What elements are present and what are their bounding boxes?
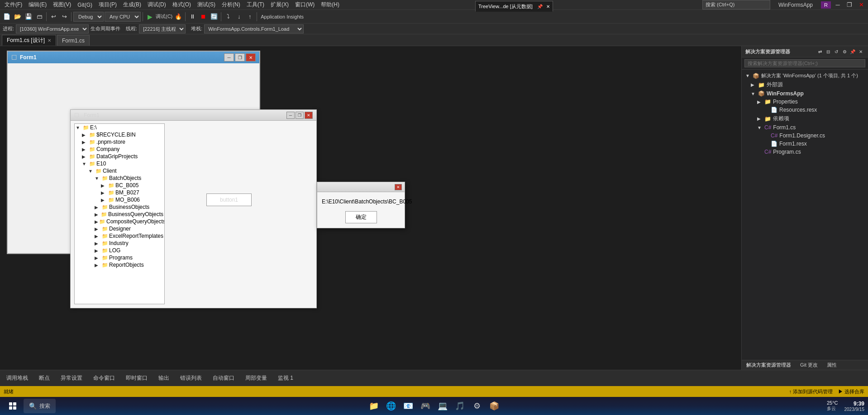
menu-analyze[interactable]: 分析(N) (219, 0, 243, 9)
form2-minimize-btn[interactable]: ─ (286, 112, 295, 119)
taskbar-icon-app2[interactable]: 📦 (487, 399, 501, 413)
tv-item-mo-b006[interactable]: ▶ 📁 MO_B006 (75, 196, 164, 203)
tv-expand-businessqueryobjects[interactable]: ▶ (95, 212, 100, 217)
tv-expand-batchobjects[interactable]: ▼ (95, 176, 101, 181)
tree-form1-designer[interactable]: ▶ C# Form1.Designer.cs (742, 132, 868, 140)
bottom-tab-command[interactable]: 命令窗口 (91, 373, 118, 384)
tv-item-client[interactable]: ▼ 📁 Client (75, 167, 164, 174)
save-all-icon[interactable]: 🗃 (34, 12, 44, 22)
se-refresh-btn[interactable]: ↺ (833, 48, 840, 55)
tv-item-bm-b027[interactable]: ▶ 📁 BM_B027 (75, 189, 164, 196)
tree-form1cs[interactable]: ▼ C# Form1.cs (742, 123, 868, 132)
step-into-button[interactable]: ↓ (234, 12, 244, 22)
se-settings-btn[interactable]: ⚙ (841, 48, 848, 55)
menu-format[interactable]: 格式(O) (170, 0, 194, 9)
form2-close-btn[interactable]: ✕ (305, 112, 313, 119)
tv-item-businessqueryobjects[interactable]: ▶ 📁 BusinessQueryObjects (75, 211, 164, 218)
tv-expand-industry[interactable]: ▶ (95, 241, 101, 246)
tv-item-bc-b005[interactable]: ▶ 📁 BC_B005 (75, 182, 164, 189)
tab-treeview[interactable]: TreeView...de [从元数据] 📌 ✕ (475, 1, 553, 12)
status-add-to-source[interactable]: ↑ 添加到源代码管理 (789, 388, 833, 395)
bottom-tab-locals[interactable]: 周部变量 (243, 373, 270, 384)
tv-expand-programs[interactable]: ▶ (95, 255, 101, 260)
tv-expand-excelreporttemplates[interactable]: ▶ (95, 234, 101, 239)
step-out-button[interactable]: ↑ (245, 12, 255, 22)
msg-close-btn[interactable]: ✕ (395, 184, 402, 190)
tv-item-recycle[interactable]: ▶ 📁 $RECYCLE.BIN (75, 131, 164, 138)
stack-dropdown[interactable]: WinFormsApp.Controls.Form1_Load (204, 24, 304, 33)
tab-form1-cs[interactable]: Form1.cs (57, 35, 90, 46)
process-dropdown[interactable]: [10360] WinFormsApp.exe (16, 24, 89, 33)
open-icon[interactable]: 📂 (13, 12, 23, 22)
tv-expand-root[interactable]: ▼ (76, 125, 82, 130)
tab-treeview-close-x[interactable]: ✕ (546, 4, 550, 9)
minimize-button[interactable]: ─ (833, 0, 843, 10)
bottom-tab-callstack[interactable]: 调用堆栈 (4, 373, 31, 384)
rpanel-bottom-tab-git[interactable]: Git 更改 (797, 361, 820, 369)
redo-icon[interactable]: ↪ (59, 12, 69, 22)
menu-tools[interactable]: 工具(T) (244, 0, 267, 9)
tv-item-root[interactable]: ▼ 📁 E:\ (75, 124, 164, 131)
undo-icon[interactable]: ↩ (48, 12, 58, 22)
status-select-repo[interactable]: ▶ 选择合库 (838, 388, 864, 395)
tv-item-designer[interactable]: ▶ 📁 Designer (75, 225, 164, 232)
tv-expand-compositequeryobjects[interactable]: ▶ (95, 219, 98, 224)
tree-properties[interactable]: ▶ 📁 Properties (742, 98, 868, 106)
tv-item-e10[interactable]: ▼ 📁 E10 (75, 160, 164, 167)
tv-expand-log[interactable]: ▶ (95, 248, 101, 253)
cpu-mode-dropdown[interactable]: Any CPU (105, 12, 141, 22)
bottom-tab-auto[interactable]: 自动窗口 (210, 373, 237, 384)
form2-window[interactable]: ☐ Form1 ─ ❐ ✕ ▼ 📁 E:\ ▶ 📁 (70, 109, 317, 308)
rpanel-bottom-tab-se[interactable]: 解决方案资源管理器 (744, 361, 794, 369)
treeview-control[interactable]: ▼ 📁 E:\ ▶ 📁 $RECYCLE.BIN ▶ 📁 .pnpm-store… (74, 123, 165, 304)
tv-item-programs[interactable]: ▶ 📁 Programs (75, 254, 164, 261)
tv-item-industry[interactable]: ▶ 📁 Industry (75, 240, 164, 247)
tv-expand-recycle[interactable]: ▶ (82, 132, 88, 137)
close-button[interactable]: ✕ (856, 0, 866, 10)
form1-close-btn[interactable]: ✕ (246, 53, 256, 61)
tv-expand-pnpm[interactable]: ▶ (82, 140, 88, 145)
taskbar-search[interactable]: 🔍 搜索 (24, 399, 56, 413)
menu-file[interactable]: 文件(F) (2, 0, 25, 9)
tv-item-excelreporttemplates[interactable]: ▶ 📁 ExcelReportTemplates (75, 232, 164, 240)
menu-extensions[interactable]: 扩展(X) (268, 0, 291, 9)
tree-programcs[interactable]: ▶ C# Program.cs (742, 148, 868, 156)
tv-expand-company[interactable]: ▶ (82, 147, 88, 152)
step-over-button[interactable]: ⤵ (223, 12, 233, 22)
tv-item-batchobjects[interactable]: ▼ 📁 BatchObjects (75, 174, 164, 182)
form1-minimize-btn[interactable]: ─ (224, 53, 234, 61)
tv-expand-bc-b005[interactable]: ▶ (101, 183, 107, 188)
taskbar-icon-app1[interactable]: ⚙ (470, 399, 484, 413)
new-project-icon[interactable]: 📄 (2, 12, 12, 22)
se-filter-btn[interactable]: ⊟ (825, 48, 832, 55)
menu-help[interactable]: 帮助(H) (318, 0, 342, 9)
tab-form1-design-close[interactable]: ✕ (48, 38, 51, 43)
tv-expand-datagripprojects[interactable]: ▶ (82, 154, 88, 159)
tv-item-datagripprojects[interactable]: ▶ 📁 DataGripProjects (75, 153, 164, 160)
pause-button[interactable]: ⏸ (187, 12, 197, 22)
taskbar-icon-edge[interactable]: 🌐 (384, 399, 398, 413)
tree-form1-resx[interactable]: ▶ 📄 Form1.resx (742, 140, 868, 148)
taskbar-icon-vs[interactable]: 💻 (435, 399, 450, 413)
tv-expand-mo-b006[interactable]: ▶ (101, 198, 107, 203)
menu-edit[interactable]: 编辑(E) (26, 0, 49, 9)
restart-button[interactable]: 🔄 (209, 12, 219, 22)
se-sync-btn[interactable]: ⇄ (816, 48, 824, 55)
taskbar-icon-folder[interactable]: 📁 (367, 399, 381, 413)
search-box[interactable]: 搜索 (Ctrl+Q) (702, 0, 770, 9)
thread-dropdown[interactable]: [22216] 主线程 (139, 24, 186, 33)
tv-expand-designer[interactable]: ▶ (95, 226, 101, 231)
attach-button[interactable]: 🔥 (173, 12, 183, 22)
tv-item-compositequeryobjects[interactable]: ▶ 📁 CompositeQueryObjects (75, 218, 164, 225)
run-button[interactable]: ▶ (145, 12, 155, 22)
tv-item-businessobjects[interactable]: ▶ 📁 BusinessObjects (75, 203, 164, 211)
tv-item-pnpm[interactable]: ▶ 📁 .pnpm-store (75, 138, 164, 146)
msg-ok-button[interactable]: 确定 (345, 211, 377, 223)
menu-test[interactable]: 测试(S) (195, 0, 218, 9)
menu-project[interactable]: 项目(P) (96, 0, 119, 9)
menu-view[interactable]: 视图(V) (50, 0, 74, 9)
taskbar-icon-game[interactable]: 🎮 (418, 399, 433, 413)
tab-form1-design[interactable]: Form1.cs [设计] ✕ (2, 35, 56, 46)
form-button1[interactable]: button1 (206, 193, 252, 206)
bottom-tab-immediate[interactable]: 即时窗口 (123, 373, 150, 384)
